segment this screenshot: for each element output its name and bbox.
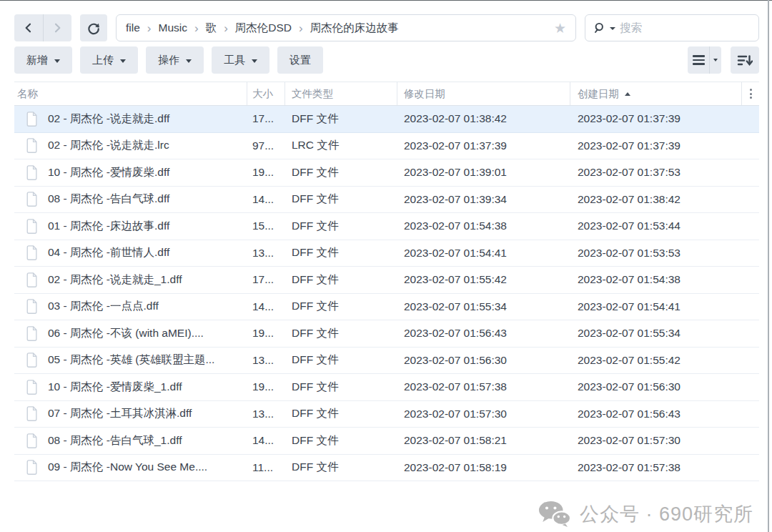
column-options-icon bbox=[750, 89, 752, 99]
toolbar-button-4[interactable]: 工具 bbox=[212, 46, 269, 74]
file-type: DFF 文件 bbox=[285, 326, 397, 341]
chevron-down-icon bbox=[54, 59, 60, 63]
file-created: 2023-02-07 01:56:43 bbox=[570, 408, 742, 420]
table-row[interactable]: 09 - 周杰伦 -Now You See Me.... 11... DFF 文… bbox=[14, 455, 759, 482]
column-header-4[interactable]: 修改日期 bbox=[397, 82, 570, 105]
table-row[interactable]: 06 - 周杰伦 -不该 (with aMEI).... 19... DFF 文… bbox=[14, 320, 759, 348]
file-name: 02 - 周杰伦 -说走就走.lrc bbox=[41, 138, 247, 153]
search-filter-caret-icon[interactable] bbox=[610, 27, 615, 30]
history-nav-group bbox=[14, 14, 71, 41]
back-button[interactable] bbox=[14, 14, 44, 41]
file-modified: 2023-02-07 01:58:21 bbox=[397, 434, 570, 447]
file-size: 19... bbox=[247, 166, 285, 179]
toolbar-button-5[interactable]: 设置 bbox=[277, 46, 323, 74]
breadcrumb-segment[interactable]: 周杰伦DSD bbox=[235, 21, 292, 36]
file-type: DFF 文件 bbox=[285, 380, 397, 395]
file-name: 05 - 周杰伦 -英雄 (英雄联盟主题... bbox=[41, 353, 247, 368]
file-icon bbox=[25, 459, 39, 476]
toolbar-button-label: 上传 bbox=[92, 54, 114, 67]
view-mode-caret-button[interactable] bbox=[710, 46, 721, 74]
breadcrumb-chevron-icon: › bbox=[224, 22, 228, 34]
file-type: DFF 文件 bbox=[285, 192, 397, 207]
file-size: 19... bbox=[247, 327, 285, 340]
breadcrumb-segment[interactable]: file bbox=[126, 21, 140, 34]
chevron-down-icon bbox=[186, 59, 192, 63]
search-box[interactable] bbox=[585, 14, 759, 41]
table-row[interactable]: 04 - 周杰伦 -前世情人.dff 13... DFF 文件 2023-02-… bbox=[14, 240, 759, 267]
file-size: 13... bbox=[247, 354, 285, 367]
table-row[interactable]: 03 - 周杰伦 -一点点.dff 14... DFF 文件 2023-02-0… bbox=[14, 294, 759, 321]
table-row[interactable]: 02 - 周杰伦 -说走就走.lrc 97... LRC 文件 2023-02-… bbox=[14, 133, 759, 160]
refresh-button[interactable] bbox=[80, 14, 107, 41]
chevron-down-icon bbox=[713, 59, 718, 61]
file-icon-cell bbox=[14, 218, 41, 235]
table-row[interactable]: 08 - 周杰伦 -告白气球_1.dff 14... DFF 文件 2023-0… bbox=[14, 428, 759, 455]
sort-button[interactable] bbox=[731, 46, 759, 74]
column-header-label: 创建日期 bbox=[578, 87, 619, 101]
file-size: 97... bbox=[247, 139, 285, 152]
file-modified: 2023-02-07 01:54:41 bbox=[397, 247, 570, 260]
file-type: DFF 文件 bbox=[285, 406, 397, 421]
toolbar-button-2[interactable]: 上传 bbox=[80, 46, 138, 74]
file-icon-cell bbox=[14, 272, 41, 288]
file-created: 2023-02-07 01:55:42 bbox=[570, 354, 742, 367]
toolbar-button-1[interactable]: 新增 bbox=[14, 46, 72, 74]
breadcrumb-segment[interactable]: 歌 bbox=[206, 21, 217, 36]
toolbar-button-label: 新增 bbox=[26, 54, 48, 67]
column-header-3[interactable]: 文件类型 bbox=[285, 82, 397, 105]
table-row[interactable]: 02 - 周杰伦 -说走就走_1.dff 17... DFF 文件 2023-0… bbox=[14, 267, 759, 294]
breadcrumb-segment[interactable]: Music bbox=[159, 21, 187, 34]
file-type: DFF 文件 bbox=[285, 433, 397, 448]
toolbar-button-label: 工具 bbox=[224, 54, 245, 67]
table-row[interactable]: 10 - 周杰伦 -爱情废柴.dff 19... DFF 文件 2023-02-… bbox=[14, 159, 759, 187]
chevron-right-icon bbox=[51, 22, 63, 34]
column-header-5[interactable]: 创建日期 bbox=[570, 82, 742, 105]
list-view-button[interactable] bbox=[688, 46, 710, 74]
search-input[interactable] bbox=[620, 21, 751, 34]
file-icon bbox=[25, 325, 39, 342]
file-name: 08 - 周杰伦 -告白气球_1.dff bbox=[41, 433, 247, 448]
file-created: 2023-02-07 01:55:34 bbox=[570, 327, 742, 340]
file-name: 01 - 周杰伦 -床边故事.dff bbox=[41, 219, 247, 234]
file-name: 02 - 周杰伦 -说走就走_1.dff bbox=[41, 272, 247, 287]
search-icon bbox=[593, 21, 606, 34]
file-created: 2023-02-07 01:37:39 bbox=[570, 112, 742, 125]
table-row[interactable]: 02 - 周杰伦 -说走就走.dff 17... DFF 文件 2023-02-… bbox=[14, 106, 759, 133]
forward-button[interactable] bbox=[44, 14, 72, 41]
file-type: DFF 文件 bbox=[285, 460, 397, 475]
chevron-down-icon bbox=[252, 59, 257, 63]
toolbar: 新增 上传 操作 工具 设置 bbox=[14, 46, 323, 74]
file-created: 2023-02-07 01:53:44 bbox=[570, 220, 742, 232]
table-row[interactable]: 05 - 周杰伦 -英雄 (英雄联盟主题... 13... DFF 文件 202… bbox=[14, 348, 759, 375]
column-header-2[interactable]: 大小 bbox=[247, 82, 285, 105]
toolbar-button-3[interactable]: 操作 bbox=[146, 46, 204, 74]
file-size: 11... bbox=[247, 461, 285, 474]
star-icon[interactable]: ★ bbox=[554, 20, 566, 36]
file-icon bbox=[25, 352, 39, 368]
breadcrumb-segment[interactable]: 周杰伦的床边故事 bbox=[310, 21, 399, 36]
toolbar-button-label: 设置 bbox=[290, 54, 311, 67]
table-row[interactable]: 08 - 周杰伦 -告白气球.dff 14... DFF 文件 2023-02-… bbox=[14, 187, 759, 214]
file-icon-cell bbox=[14, 111, 41, 127]
file-type: DFF 文件 bbox=[285, 272, 397, 287]
file-icon-cell bbox=[14, 245, 41, 261]
file-icon-cell bbox=[14, 379, 41, 395]
file-modified: 2023-02-07 01:38:42 bbox=[397, 112, 570, 125]
file-icon-cell bbox=[14, 325, 41, 342]
column-options-button[interactable] bbox=[742, 82, 759, 105]
file-type: DFF 文件 bbox=[285, 219, 397, 234]
file-created: 2023-02-07 01:53:53 bbox=[570, 247, 742, 260]
table-row[interactable]: 07 - 周杰伦 -土耳其冰淇淋.dff 13... DFF 文件 2023-0… bbox=[14, 401, 759, 428]
file-name: 03 - 周杰伦 -一点点.dff bbox=[41, 299, 247, 314]
table-row[interactable]: 10 - 周杰伦 -爱情废柴_1.dff 19... DFF 文件 2023-0… bbox=[14, 374, 759, 401]
column-header-1[interactable]: 名称 bbox=[14, 82, 247, 105]
chevron-left-icon bbox=[23, 22, 34, 34]
file-modified: 2023-02-07 01:55:34 bbox=[397, 300, 570, 313]
file-icon bbox=[25, 218, 39, 235]
file-created: 2023-02-07 01:37:53 bbox=[570, 166, 742, 179]
column-header-label: 修改日期 bbox=[404, 87, 445, 101]
file-icon bbox=[25, 111, 39, 127]
table-row[interactable]: 01 - 周杰伦 -床边故事.dff 15... DFF 文件 2023-02-… bbox=[14, 213, 759, 240]
file-modified: 2023-02-07 01:37:39 bbox=[397, 139, 570, 152]
file-icon bbox=[25, 405, 39, 422]
